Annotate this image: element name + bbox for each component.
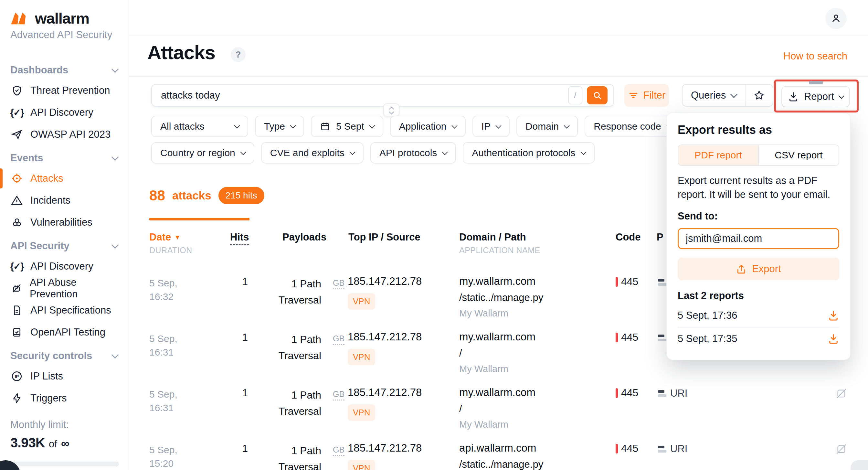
filter-application[interactable]: Application xyxy=(390,116,466,137)
chevron-down-icon xyxy=(112,351,119,359)
cell-code: 445 xyxy=(621,443,638,454)
cell-domain[interactable]: my.wallarm.com xyxy=(459,331,535,343)
search-bar: / xyxy=(151,84,614,107)
sidebar-section-security-controls[interactable]: Security controls xyxy=(10,347,118,365)
table-row[interactable]: 5 Sep, 16:31 1 1 PathTraversal GB 185.14… xyxy=(149,384,860,440)
filter-auth-protocols[interactable]: Authentication protocols xyxy=(463,142,594,164)
country-code[interactable]: GB xyxy=(333,278,344,289)
cell-application: My Wallarm xyxy=(459,419,508,430)
report-button[interactable]: Report xyxy=(781,86,850,107)
filter-all-attacks[interactable]: All attacks xyxy=(151,116,248,137)
cell-payload: 1 PathTraversal xyxy=(246,443,321,470)
filter-date[interactable]: 5 Sept xyxy=(311,116,383,137)
country-code[interactable]: GB xyxy=(333,334,344,345)
cell-domain[interactable]: api.wallarm.com xyxy=(459,442,536,454)
filter-country[interactable]: Country or region xyxy=(151,142,254,164)
cell-domain[interactable]: my.wallarm.com xyxy=(459,275,535,287)
search-expander-handle[interactable] xyxy=(383,104,399,116)
filter-domain[interactable]: Domain xyxy=(517,116,578,137)
pdf-report-tab[interactable]: PDF report xyxy=(678,145,758,165)
sidebar-item-api-discovery-2[interactable]: {✓} API Discovery xyxy=(10,255,118,277)
export-button[interactable]: Export xyxy=(678,258,839,280)
search-button[interactable] xyxy=(587,86,608,105)
download-report-icon[interactable] xyxy=(828,310,839,321)
download-report-icon[interactable] xyxy=(828,333,839,345)
vpn-badge: VPN xyxy=(348,349,375,365)
slash-shortcut-badge: / xyxy=(568,86,582,105)
vpn-badge: VPN xyxy=(348,404,375,421)
sidebar-item-api-specifications[interactable]: API Specifications xyxy=(10,299,118,321)
param-icon xyxy=(658,279,666,286)
email-field[interactable] xyxy=(678,228,839,249)
results-summary[interactable]: 88 attacks 215 hits xyxy=(149,187,265,204)
filter-response-code[interactable]: Response code xyxy=(585,116,680,137)
country-code[interactable]: GB xyxy=(333,445,344,456)
filter-row-1: All attacks Type 5 Sept Application IP D… xyxy=(151,116,680,137)
sidebar-section-api-security[interactable]: API Security xyxy=(10,237,118,255)
active-tab-underline xyxy=(149,218,249,221)
cell-ip[interactable]: 185.147.212.78 xyxy=(348,442,422,454)
corner-widget-peek[interactable] xyxy=(850,460,868,470)
checkbox-book-icon xyxy=(10,326,23,338)
favorite-star-button[interactable] xyxy=(745,85,773,106)
last-reports-list: 5 Sept, 17:36 5 Sept, 17:35 xyxy=(678,304,839,350)
cell-payload: 1 PathTraversal xyxy=(246,387,321,419)
sidebar-item-api-abuse-prevention[interactable]: API Abuse Prevention xyxy=(10,277,118,299)
cell-date: 5 Sep, xyxy=(149,276,204,290)
table-row[interactable]: 5 Sep,15:20 1 1 PathTraversal GB 185.147… xyxy=(149,440,860,470)
upload-icon xyxy=(736,263,747,274)
report-date: 5 Sept, 17:36 xyxy=(678,310,737,321)
sidebar-item-ip-lists[interactable]: IP IP Lists xyxy=(10,365,118,387)
sidebar-item-owasp-api-2023[interactable]: OWASP API 2023 xyxy=(10,123,118,145)
sort-desc-icon: ▼ xyxy=(174,234,181,241)
filter-ip[interactable]: IP xyxy=(472,116,509,137)
svg-text:IP: IP xyxy=(15,374,19,379)
column-header-hits[interactable]: Hits xyxy=(230,231,249,245)
column-header-param: P xyxy=(657,231,663,243)
cell-domain[interactable]: my.wallarm.com xyxy=(459,386,535,399)
param-icon xyxy=(658,446,666,452)
exclude-slash-square-icon[interactable] xyxy=(835,388,847,400)
country-code[interactable]: GB xyxy=(333,389,344,401)
sidebar-item-triggers[interactable]: Triggers xyxy=(10,387,118,409)
sidebar-item-threat-prevention[interactable]: Threat Prevention xyxy=(10,80,118,101)
lightning-icon xyxy=(10,392,23,404)
sidebar-section-dashboards[interactable]: Dashboards xyxy=(10,61,118,80)
cell-ip[interactable]: 185.147.212.78 xyxy=(348,386,422,399)
sidebar-item-incidents[interactable]: Incidents xyxy=(10,189,118,211)
target-icon xyxy=(10,172,23,184)
sidebar-item-attacks[interactable]: Attacks xyxy=(10,168,118,189)
chevron-down-icon xyxy=(290,122,296,128)
title-divider xyxy=(129,76,868,77)
sidebar-item-vulnerabilities[interactable]: Vulnerabilities xyxy=(10,211,118,233)
code-status-bar xyxy=(616,444,618,453)
help-icon[interactable]: ? xyxy=(231,47,246,62)
filter-button[interactable]: Filter xyxy=(624,84,669,107)
search-input[interactable] xyxy=(160,89,568,101)
attack-count-label: attacks xyxy=(172,189,211,202)
sidebar-section-events[interactable]: Events xyxy=(10,149,118,168)
search-icon xyxy=(592,90,602,100)
how-to-search-link[interactable]: How to search xyxy=(783,51,847,62)
brand[interactable]: wallarm xyxy=(10,9,129,27)
user-avatar[interactable] xyxy=(825,8,847,29)
filter-type[interactable]: Type xyxy=(255,116,304,137)
exclude-slash-square-icon[interactable] xyxy=(835,443,847,455)
sidebar-nav: Dashboards Threat Prevention {✓} API Dis… xyxy=(10,61,129,409)
csv-report-tab[interactable]: CSV report xyxy=(758,145,839,165)
queries-group: Queries xyxy=(682,84,773,107)
sidebar-item-api-discovery[interactable]: {✓} API Discovery xyxy=(10,101,118,123)
sidebar-item-openapi-testing[interactable]: OpenAPI Testing xyxy=(10,321,118,343)
filter-cve[interactable]: CVE and exploits xyxy=(261,142,364,164)
chevron-down-icon xyxy=(112,66,119,73)
cell-ip[interactable]: 185.147.212.78 xyxy=(348,331,422,343)
queries-button[interactable]: Queries xyxy=(683,85,745,106)
chevron-down-icon xyxy=(369,122,375,128)
chevron-down-icon xyxy=(240,149,246,155)
column-header-date[interactable]: Date▼ xyxy=(149,231,181,243)
filter-api-protocols[interactable]: API protocols xyxy=(370,142,456,164)
cell-ip[interactable]: 185.147.212.78 xyxy=(348,275,422,287)
filter-icon xyxy=(628,90,639,101)
cell-code: 445 xyxy=(621,387,638,399)
cell-path: / xyxy=(459,348,462,359)
